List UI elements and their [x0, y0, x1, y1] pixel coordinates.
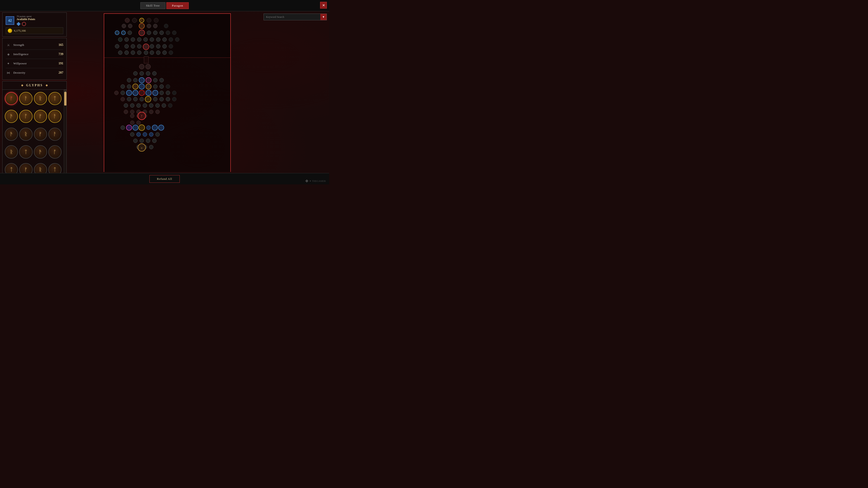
- glyph-item-15[interactable]: ᚫ: [34, 145, 47, 158]
- glyphs-section: GLYPHS ᚠ ᚨ ᚱ ᛏ ᚫ: [2, 81, 67, 182]
- svg-point-14: [164, 24, 168, 28]
- svg-point-49: [156, 51, 160, 55]
- character-stats-box: 42 70 points spent Available Points 6,17…: [2, 12, 67, 37]
- svg-point-59: [127, 78, 131, 82]
- svg-rect-77: [140, 91, 152, 95]
- svg-point-76: [133, 90, 138, 96]
- glyph-item-1[interactable]: ᚠ: [5, 92, 18, 105]
- intelligence-row: ◈ Intelligence 739: [6, 50, 63, 59]
- glyph-item-8[interactable]: ᚨ: [49, 110, 61, 123]
- svg-point-74: [121, 91, 125, 95]
- svg-point-60: [133, 78, 137, 82]
- svg-point-86: [133, 97, 137, 101]
- paragon-point-icon: [17, 22, 21, 26]
- glyph-item-9[interactable]: ᚫ: [5, 128, 18, 141]
- svg-point-37: [137, 44, 141, 48]
- intelligence-icon: ◈: [6, 52, 11, 57]
- svg-point-122: [136, 132, 141, 136]
- svg-point-32: [169, 37, 173, 41]
- svg-point-61: [139, 77, 145, 83]
- svg-point-89: [153, 97, 157, 101]
- svg-point-58: [152, 71, 156, 75]
- points-spent: 70 points spent: [17, 15, 63, 18]
- glyph-item-2[interactable]: ᚨ: [19, 92, 32, 105]
- svg-point-16: [121, 31, 125, 35]
- refund-all-button[interactable]: Refund All: [149, 175, 180, 183]
- close-button[interactable]: ✕: [320, 2, 327, 8]
- dexterity-label: Dexterity: [13, 71, 59, 74]
- glyph-item-14[interactable]: ᛏ: [19, 145, 32, 158]
- glyphs-grid: ᚠ ᚨ ᚱ ᛏ ᚫ ᚩ ᚠ: [2, 90, 64, 182]
- glyph-item-10[interactable]: ᚱ: [19, 128, 32, 141]
- svg-point-18: [139, 30, 145, 36]
- svg-point-57: [146, 71, 150, 75]
- glyph-item-11[interactable]: ᚠ: [34, 128, 47, 141]
- glyph-item-7[interactable]: ᚠ: [34, 110, 47, 123]
- glyph-symbol-6: ᚩ: [24, 113, 27, 119]
- intelligence-label: Intelligence: [13, 53, 59, 56]
- svg-point-115: [126, 125, 132, 130]
- scrollbar-thumb[interactable]: [64, 92, 66, 105]
- glyph-item-5[interactable]: ᚫ: [5, 110, 18, 123]
- svg-point-75: [126, 90, 132, 96]
- svg-rect-0: [104, 13, 230, 58]
- available-points-label: Available Points: [17, 18, 63, 21]
- glyph-item-13[interactable]: ᚱ: [5, 145, 18, 158]
- svg-point-119: [152, 125, 158, 130]
- svg-point-38: [143, 44, 149, 50]
- svg-point-54: [146, 64, 151, 69]
- svg-point-50: [162, 51, 166, 55]
- paragon-tab[interactable]: Paragon: [166, 2, 189, 9]
- svg-point-83: [172, 91, 176, 95]
- svg-point-62: [146, 77, 151, 83]
- svg-point-71: [160, 85, 164, 89]
- watermark-icon: [305, 180, 308, 183]
- strength-label: Strength: [13, 43, 59, 47]
- svg-point-26: [131, 37, 135, 41]
- svg-point-39: [150, 44, 154, 48]
- glyph-item-12[interactable]: ᚨ: [49, 128, 61, 141]
- svg-point-128: [146, 139, 150, 143]
- svg-rect-52: [144, 57, 149, 63]
- willpower-icon: ✦: [6, 61, 11, 66]
- svg-point-21: [160, 31, 164, 35]
- svg-point-127: [140, 139, 144, 143]
- svg-point-29: [150, 37, 154, 41]
- tab-group: Skill Tree Paragon: [141, 2, 189, 9]
- svg-point-72: [166, 85, 170, 89]
- svg-point-88: [145, 96, 151, 102]
- gold-amount: 6,175,166: [14, 29, 26, 33]
- svg-point-64: [160, 78, 164, 82]
- glyphs-title: GLYPHS: [26, 84, 43, 87]
- glyph-symbol-18: ᚠ: [24, 167, 27, 173]
- svg-text:ᚠ: ᚠ: [141, 115, 143, 118]
- glyph-symbol-8: ᚨ: [53, 113, 56, 119]
- svg-point-105: [149, 110, 153, 114]
- glyph-item-4[interactable]: ᛏ: [49, 92, 61, 105]
- points-info: 70 points spent Available Points: [17, 15, 63, 26]
- paragon-nodes-svg: ᚠ ⟡: [69, 12, 327, 172]
- svg-point-104: [143, 110, 147, 114]
- svg-point-108: [136, 114, 141, 118]
- svg-point-109: [143, 114, 147, 118]
- svg-point-99: [162, 103, 166, 107]
- glyph-symbol-19: ᚱ: [39, 167, 42, 173]
- glyphs-scrollbar[interactable]: ▲ ▼: [64, 90, 66, 182]
- glyph-item-16[interactable]: ᚩ: [49, 145, 61, 158]
- svg-point-65: [121, 85, 125, 89]
- watermark-text: ✦ THEGAMER: [309, 180, 326, 183]
- svg-point-53: [139, 64, 144, 69]
- svg-point-6: [154, 18, 158, 23]
- svg-point-96: [143, 103, 147, 107]
- glyph-symbol-15: ᚫ: [39, 149, 42, 155]
- svg-point-69: [146, 84, 151, 89]
- skill-tree-tab[interactable]: Skill Tree: [141, 2, 165, 9]
- glyph-item-3[interactable]: ᚱ: [34, 92, 47, 105]
- svg-point-81: [160, 91, 164, 95]
- svg-point-130: [136, 145, 141, 149]
- paragon-board: ᚠ ⟡: [69, 12, 327, 172]
- svg-point-93: [124, 103, 128, 107]
- strength-value: 165: [59, 43, 63, 47]
- glyph-item-6[interactable]: ᚩ: [19, 110, 32, 123]
- svg-point-43: [118, 51, 122, 55]
